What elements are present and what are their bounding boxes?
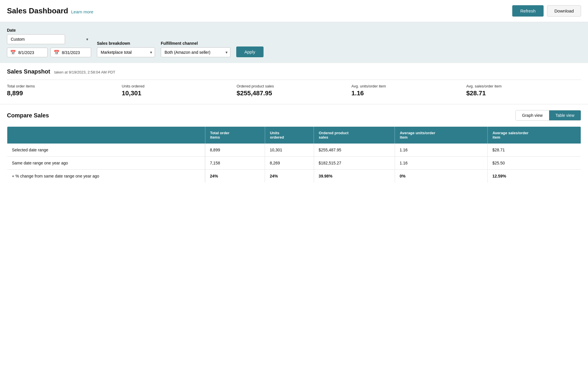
row-selected-avg-units: 1.16 [395,144,488,157]
row-pct-avg-sales: 12.59% [488,170,581,183]
fulfillment-filter-group: Fulfillment channel Both (Amazon and sel… [161,41,230,57]
row-year-ago-ordered-product-sales: $182,515.27 [314,157,395,170]
row-label-selected: Selected date range [7,144,205,157]
row-selected-units-ordered: 10,301 [265,144,314,157]
refresh-button[interactable]: Refresh [512,5,544,17]
row-selected-avg-sales: $28.71 [488,144,581,157]
table-row: Selected date range 8,899 10,301 $255,48… [7,144,581,157]
row-year-ago-units-ordered: 8,269 [265,157,314,170]
learn-more-link[interactable]: Learn more [71,9,93,14]
filter-bar: Date Custom Today Yesterday Last 7 days … [0,22,588,63]
graph-view-button[interactable]: Graph view [516,110,549,120]
metric-avg-sales: Avg. sales/order item $28.71 [466,84,581,101]
row-label-pct-change: + % change from same date range one year… [7,170,205,183]
page-header: Sales Dashboard Learn more Refresh Downl… [0,0,588,22]
metric-label-ordered-product-sales: Ordered product sales [237,84,346,88]
sales-breakdown-select[interactable]: Marketplace total Amazon Seller [97,47,155,57]
metric-label-avg-sales: Avg. sales/order item [466,84,575,88]
compare-header: Compare Sales Graph view Table view [7,110,581,121]
date-select[interactable]: Custom Today Yesterday Last 7 days Last … [7,34,65,44]
compare-title: Compare Sales [7,112,49,119]
metric-avg-units: Avg. units/order item 1.16 [351,84,466,101]
metric-value-avg-sales: $28.71 [466,89,575,97]
table-view-button[interactable]: Table view [549,110,581,120]
table-row: Same date range one year ago 7,158 8,269… [7,157,581,170]
compare-table-header: Total orderitems Unitsordered Ordered pr… [7,127,581,144]
col-header-avg-units: Average units/orderitem [395,127,488,144]
sales-breakdown-label: Sales breakdown [97,41,155,46]
metric-value-avg-units: 1.16 [351,89,461,97]
calendar-start-icon: 📅 [10,50,16,55]
row-year-ago-total-order-items: 7,158 [205,157,265,170]
row-pct-ordered-product-sales: 39.98% [314,170,395,183]
metric-label-units-ordered: Units ordered [122,84,231,88]
apply-button[interactable]: Apply [236,46,264,57]
fulfillment-select-wrapper: Both (Amazon and seller) Amazon Seller [161,47,230,57]
metric-total-order-items: Total order items 8,899 [7,84,122,101]
row-pct-units-ordered: 24% [265,170,314,183]
fulfillment-label: Fulfillment channel [161,41,230,46]
snapshot-metrics: Total order items 8,899 Units ordered 10… [7,80,581,101]
row-year-ago-avg-sales: $25.50 [488,157,581,170]
row-pct-total-order-items: 24% [205,170,265,183]
view-toggle: Graph view Table view [515,110,581,121]
date-select-wrapper: Custom Today Yesterday Last 7 days Last … [7,34,91,44]
date-end-wrapper: 📅 [50,48,91,57]
date-filter-group: Date Custom Today Yesterday Last 7 days … [7,28,91,57]
col-header-total-order-items: Total orderitems [205,127,265,144]
metric-label-total-order-items: Total order items [7,84,116,88]
page-title: Sales Dashboard [7,6,68,15]
compare-section: Compare Sales Graph view Table view Tota… [0,104,588,189]
metric-value-units-ordered: 10,301 [122,89,231,97]
date-label: Date [7,28,91,33]
row-pct-avg-units: 0% [395,170,488,183]
table-row: + % change from same date range one year… [7,170,581,183]
col-header-avg-sales: Average sales/orderitem [488,127,581,144]
title-group: Sales Dashboard Learn more [7,6,93,15]
snapshot-timestamp: taken at 9/19/2023, 2:58:04 AM PDT [54,70,115,74]
metric-label-avg-units: Avg. units/order item [351,84,461,88]
snapshot-title: Sales Snapshot [7,68,50,75]
date-end-input[interactable] [62,50,88,55]
metric-value-ordered-product-sales: $255,487.95 [237,89,346,97]
compare-table: Total orderitems Unitsordered Ordered pr… [7,126,581,183]
fulfillment-select[interactable]: Both (Amazon and seller) Amazon Seller [161,47,230,57]
date-start-wrapper: 📅 [7,48,48,57]
metric-ordered-product-sales: Ordered product sales $255,487.95 [237,84,351,101]
download-button[interactable]: Download [547,5,581,17]
row-label-year-ago: Same date range one year ago [7,157,205,170]
date-start-input[interactable] [18,50,44,55]
snapshot-section: Sales Snapshot taken at 9/19/2023, 2:58:… [0,63,588,104]
snapshot-header: Sales Snapshot taken at 9/19/2023, 2:58:… [7,68,581,75]
header-actions: Refresh Download [512,5,581,17]
row-selected-total-order-items: 8,899 [205,144,265,157]
metric-value-total-order-items: 8,899 [7,89,116,97]
calendar-end-icon: 📅 [54,50,59,55]
sales-breakdown-select-wrapper: Marketplace total Amazon Seller [97,47,155,57]
col-header-ordered-product-sales: Ordered productsales [314,127,395,144]
col-header-units-ordered: Unitsordered [265,127,314,144]
compare-table-body: Selected date range 8,899 10,301 $255,48… [7,144,581,183]
sales-breakdown-filter-group: Sales breakdown Marketplace total Amazon… [97,41,155,57]
row-selected-ordered-product-sales: $255,487.95 [314,144,395,157]
metric-units-ordered: Units ordered 10,301 [122,84,237,101]
date-range-inputs: 📅 📅 [7,48,91,57]
row-year-ago-avg-units: 1.16 [395,157,488,170]
col-header-label [7,127,205,144]
